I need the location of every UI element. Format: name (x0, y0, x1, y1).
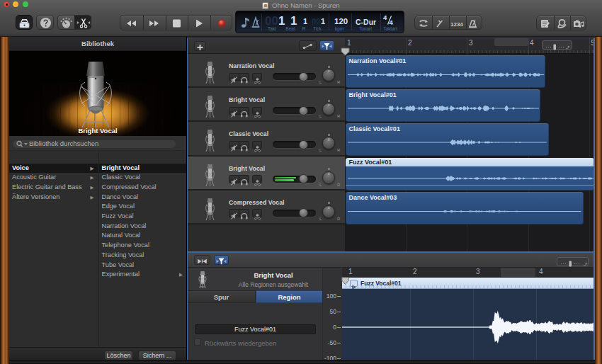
svg-text:4: 4 (383, 13, 387, 21)
svg-text:1234: 1234 (450, 21, 463, 28)
